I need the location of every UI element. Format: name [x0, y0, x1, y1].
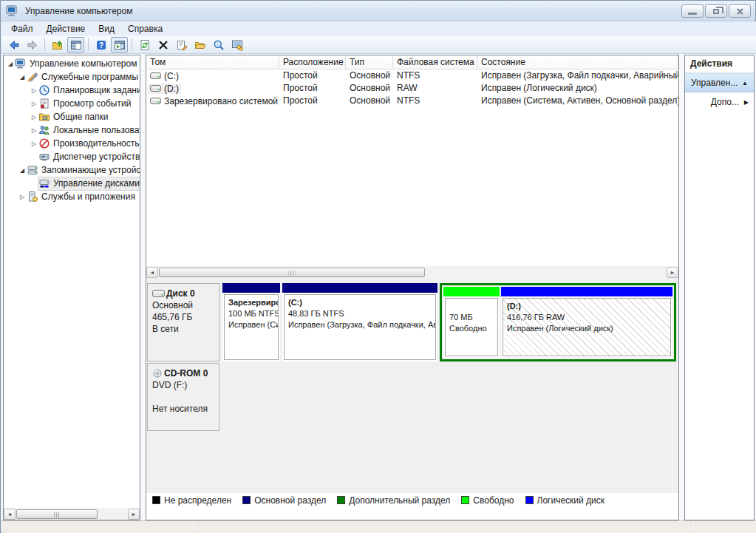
- volume-row-d[interactable]: (D:) Простой Основной RAW Исправен (Логи…: [146, 82, 678, 95]
- expand-arrow-icon[interactable]: ▷: [30, 140, 38, 147]
- primary-partition-bar: [222, 283, 280, 293]
- restore-button[interactable]: [705, 4, 727, 18]
- title-bar: Управление компьютером: [1, 1, 755, 21]
- legend-label: Логический диск: [537, 495, 605, 506]
- partition-title: (C:): [288, 297, 435, 308]
- cd-icon: [152, 369, 163, 378]
- expand-arrow-icon[interactable]: ▷: [30, 101, 38, 107]
- scroll-right-arrow-icon[interactable]: ►: [128, 509, 140, 520]
- volume-icon: [150, 72, 161, 79]
- window-controls: [681, 4, 751, 18]
- open-button[interactable]: [191, 37, 208, 52]
- toggle-action-pane-button[interactable]: [111, 37, 128, 52]
- properties-button[interactable]: [173, 37, 190, 52]
- disk-management-icon: [38, 177, 50, 189]
- tree-item-services-and-applications[interactable]: ▷ Службы и приложения: [4, 190, 140, 203]
- legend-item-logical-disk: Логический диск: [525, 495, 605, 506]
- expand-arrow-icon[interactable]: ◢: [18, 167, 27, 174]
- column-header-type[interactable]: Тип: [346, 55, 393, 69]
- tree-item-system-tools[interactable]: ◢ Служебные программы: [4, 70, 140, 84]
- free-space-block[interactable]: 70 МБ Свободно: [443, 287, 500, 358]
- collapse-arrow-icon[interactable]: ▲: [742, 80, 748, 86]
- refresh-button[interactable]: [136, 37, 153, 52]
- scroll-right-arrow-icon[interactable]: ►: [667, 267, 678, 278]
- volume-row-c[interactable]: (C:) Простой Основной NTFS Исправен (Заг…: [146, 69, 678, 82]
- status-bar: [1, 520, 756, 533]
- volume-list-horizontal-scrollbar[interactable]: ◄ ►: [146, 266, 678, 278]
- svg-text:23: 23: [42, 115, 48, 120]
- menu-file[interactable]: Файл: [4, 22, 40, 35]
- partition-c[interactable]: (C:) 48,83 ГБ NTFS Исправен (Загрузка, Ф…: [282, 283, 437, 361]
- show-tree-folder-button[interactable]: [49, 37, 66, 52]
- legend-label: Не распределен: [164, 495, 231, 506]
- disk0-label[interactable]: Диск 0 Основной 465,76 ГБ В сети: [147, 283, 219, 361]
- menu-view[interactable]: Вид: [92, 22, 121, 35]
- console-options-button[interactable]: [228, 37, 245, 52]
- find-button[interactable]: [210, 37, 227, 52]
- volume-type: Основной: [346, 95, 393, 107]
- tree-item-event-viewer[interactable]: ▷ Просмотр событий: [4, 97, 140, 110]
- device-manager-icon: [38, 151, 50, 163]
- tree-item-task-scheduler[interactable]: ▷ Планировщик заданий: [4, 84, 140, 97]
- refresh-icon: [139, 39, 151, 51]
- menu-action[interactable]: Действие: [40, 22, 92, 35]
- tree-horizontal-scrollbar[interactable]: ◄ ►: [4, 508, 140, 520]
- back-icon: [8, 39, 20, 51]
- tree-item-performance[interactable]: ▷ Производительность: [4, 137, 140, 150]
- primary-partition-bar: [282, 283, 437, 293]
- menu-help[interactable]: Справка: [121, 22, 169, 35]
- actions-header: Действия: [685, 55, 754, 73]
- partition-legend: Не распределен Основной раздел Дополните…: [146, 493, 678, 507]
- close-button[interactable]: [729, 4, 751, 18]
- scrollbar-thumb[interactable]: [16, 509, 98, 519]
- scroll-left-arrow-icon[interactable]: ◄: [146, 267, 158, 278]
- actions-item-more-actions[interactable]: Допо... ▶: [685, 92, 754, 112]
- expand-arrow-icon[interactable]: ◢: [18, 74, 27, 81]
- actions-pane: Действия Управлен... ▲ Допо... ▶: [684, 55, 755, 520]
- cdrom0-label[interactable]: CD-ROM 0 DVD (F:) Нет носителя: [147, 363, 219, 431]
- volume-filesystem: RAW: [393, 82, 477, 95]
- tree-item-label: Служебные программы: [41, 72, 138, 82]
- column-header-layout[interactable]: Расположение: [279, 55, 346, 69]
- forward-button[interactable]: [24, 37, 41, 52]
- delete-button[interactable]: [154, 37, 171, 52]
- column-header-filesystem[interactable]: Файловая система: [393, 55, 477, 69]
- legend-item-primary-partition: Основной раздел: [242, 495, 326, 506]
- computer-icon: [15, 58, 27, 69]
- tree-item-device-manager[interactable]: Диспетчер устройств: [4, 150, 140, 163]
- expand-arrow-icon[interactable]: ▷: [30, 127, 38, 134]
- scroll-left-arrow-icon[interactable]: ◄: [4, 509, 16, 520]
- minimize-button[interactable]: [681, 4, 704, 18]
- help-button[interactable]: ?: [92, 37, 109, 52]
- expand-arrow-icon[interactable]: ▷: [18, 194, 27, 200]
- delete-icon: [157, 39, 169, 51]
- tree-item-label: Производительность: [53, 138, 139, 149]
- expand-arrow-icon[interactable]: ◢: [6, 61, 15, 67]
- expand-arrow-icon[interactable]: ▷: [30, 114, 38, 120]
- toggle-console-tree-button[interactable]: [67, 37, 84, 52]
- column-header-status[interactable]: Состояние: [477, 55, 678, 69]
- tree-item-disk-management[interactable]: Управление дисками: [4, 177, 140, 190]
- legend-item-extended-partition: Дополнительный раздел: [337, 495, 450, 506]
- volume-name: (D:): [164, 84, 179, 94]
- free-space-size: 70 МБ: [449, 312, 497, 323]
- status-bar-divider: [193, 523, 194, 531]
- legend-item-free-space: Свободно: [461, 495, 514, 506]
- logical-disk-bar: [501, 287, 672, 296]
- console-tree-panel: ◢ Управление компьютером (локальным) ◢ С…: [3, 55, 140, 520]
- actions-section-disk-management[interactable]: Управлен... ▲: [685, 73, 754, 92]
- tree-item-storage[interactable]: ◢ Запоминающие устройства: [4, 163, 140, 177]
- volume-row-system-reserved[interactable]: Зарезервировано системой Простой Основно…: [146, 95, 678, 107]
- actions-section-label: Управлен...: [691, 78, 738, 88]
- column-header-volume[interactable]: Том: [146, 55, 279, 69]
- back-button[interactable]: [5, 37, 22, 52]
- scrollbar-thumb[interactable]: [159, 268, 425, 277]
- event-viewer-icon: [38, 98, 50, 109]
- tree-item-label: Общие папки: [53, 112, 108, 122]
- tree-item-computer-management[interactable]: ◢ Управление компьютером (локальным): [4, 57, 140, 70]
- tree-item-local-users-and-groups[interactable]: ▷ Локальные пользователи и группы: [4, 123, 140, 137]
- expand-arrow-icon[interactable]: ▷: [30, 87, 38, 94]
- tree-item-shared-folders[interactable]: ▷ 23 Общие папки: [4, 110, 140, 123]
- partition-d[interactable]: (D:) 416,76 ГБ RAW Исправен (Логический …: [501, 287, 672, 358]
- partition-system-reserved[interactable]: Зарезервировано 100 МБ NTFS Исправен (Си…: [222, 283, 280, 361]
